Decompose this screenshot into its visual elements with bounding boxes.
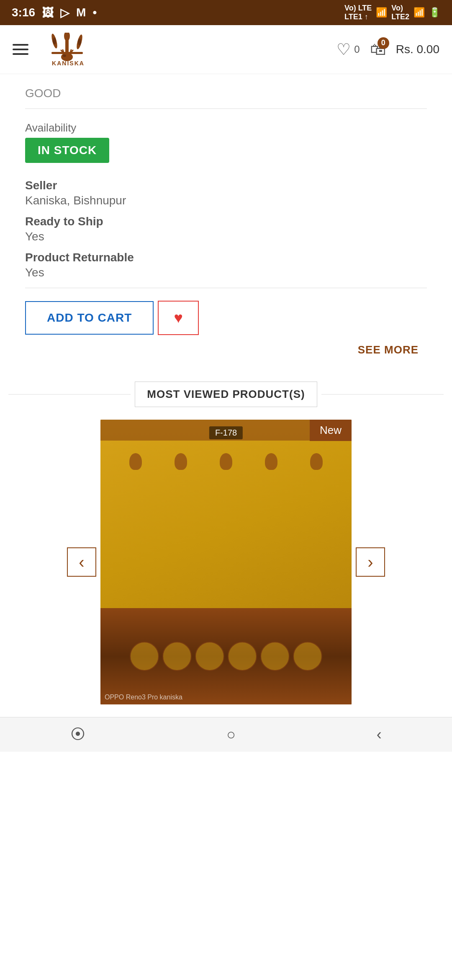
saree-image (100, 420, 352, 704)
wishlist-group[interactable]: ♡ 0 (336, 40, 360, 59)
seller-value: Kaniska, Bishnupur (25, 194, 427, 207)
cart-price: Rs. 0.00 (396, 43, 439, 56)
product-code: F-178 (209, 426, 243, 439)
product-section: GOOD Availability IN STOCK Seller Kanisk… (0, 74, 452, 382)
vo-lte1-icon: Vo) LTELTE1 ↑ (344, 4, 372, 21)
product-quality: GOOD (25, 87, 427, 100)
svg-point-8 (63, 54, 66, 57)
add-to-cart-button[interactable]: ADD TO CART (25, 301, 154, 335)
cart-badge: 0 (378, 37, 389, 49)
home-icon[interactable]: ○ (226, 726, 236, 743)
product-card[interactable]: F-178 New OPPO Reno3 Pro kaniska (100, 420, 352, 704)
mail-icon: M (76, 6, 86, 19)
carousel-prev-button[interactable]: ‹ (67, 547, 96, 577)
status-bar: 3:16 🖼 ▷ M • Vo) LTELTE1 ↑ 📶 Vo)LTE2 📶 🔋 (0, 0, 452, 25)
ready-to-ship-label: Ready to Ship (25, 215, 427, 228)
hamburger-line1 (13, 44, 28, 46)
most-viewed-title: MOST VIEWED PRODUCT(S) (135, 382, 317, 407)
divider-2 (25, 288, 427, 288)
availability-label: Availability (25, 121, 427, 134)
signal2-icon: 📶 (413, 7, 425, 18)
product-card-image: F-178 New OPPO Reno3 Pro kaniska (100, 420, 352, 704)
returnable-value: Yes (25, 266, 427, 279)
back-icon[interactable]: ‹ (377, 726, 382, 743)
status-left: 3:16 🖼 ▷ M • (12, 6, 97, 20)
svg-point-1 (53, 38, 56, 44)
photo-credit: OPPO Reno3 Pro kaniska (105, 694, 182, 701)
battery-icon: 🔋 (429, 7, 440, 18)
status-right: Vo) LTELTE1 ↑ 📶 Vo)LTE2 📶 🔋 (344, 4, 440, 21)
heart-icon: ♡ (336, 40, 351, 59)
most-viewed-section: MOST VIEWED PRODUCT(S) ‹ (0, 382, 452, 717)
vo-lte2-icon: Vo)LTE2 (391, 4, 409, 21)
most-viewed-header: MOST VIEWED PRODUCT(S) (8, 382, 444, 407)
product-carousel: ‹ (8, 420, 444, 717)
hamburger-line2 (13, 49, 28, 50)
dot-icon: • (92, 6, 97, 19)
svg-text:KANISKA: KANISKA (52, 60, 85, 66)
photo-icon: 🖼 (42, 6, 54, 20)
in-stock-badge: IN STOCK (25, 138, 109, 163)
svg-point-5 (78, 39, 81, 45)
ready-to-ship-value: Yes (25, 230, 427, 243)
hamburger-menu[interactable] (13, 44, 28, 55)
play-icon: ▷ (60, 6, 69, 20)
svg-point-3 (64, 33, 70, 41)
returnable-label: Product Returnable (25, 251, 427, 264)
header-line-left (8, 394, 131, 395)
recent-apps-icon[interactable]: ⦿ (70, 726, 85, 743)
status-time: 3:16 (12, 6, 35, 19)
availability-group: Availability IN STOCK (25, 117, 427, 179)
new-badge: New (310, 420, 352, 441)
carousel-next-button[interactable]: › (356, 547, 385, 577)
logo-svg: KANISKA (41, 33, 95, 66)
hamburger-line3 (13, 53, 28, 55)
cart-group[interactable]: 🛍 0 (370, 41, 386, 59)
returnable-row: Product Returnable Yes (25, 251, 427, 279)
logo[interactable]: KANISKA (41, 33, 95, 66)
header-left: KANISKA (13, 33, 95, 66)
header: KANISKA ♡ 0 🛍 0 Rs. 0.00 (0, 25, 452, 74)
action-buttons: ADD TO CART ♥ (25, 301, 427, 335)
ready-to-ship-row: Ready to Ship Yes (25, 215, 427, 243)
heart-filled-icon: ♥ (174, 309, 182, 326)
see-more-link[interactable]: SEE MORE (25, 343, 427, 356)
wishlist-count: 0 (354, 44, 360, 55)
header-line-right (321, 394, 444, 395)
seller-label: Seller (25, 179, 427, 192)
add-to-wishlist-button[interactable]: ♥ (158, 301, 198, 335)
seller-row: Seller Kaniska, Bishnupur (25, 179, 427, 207)
signal1-icon: 📶 (376, 7, 387, 18)
header-right: ♡ 0 🛍 0 Rs. 0.00 (336, 40, 439, 59)
bottom-nav: ⦿ ○ ‹ (0, 717, 452, 752)
divider-1 (25, 108, 427, 109)
